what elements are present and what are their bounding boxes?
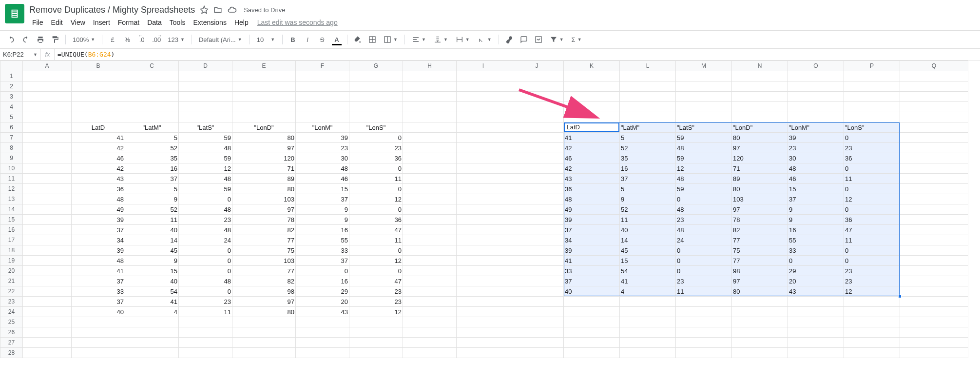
cell-Q8[interactable] [900, 143, 968, 153]
cell-L5[interactable] [620, 112, 676, 122]
cell-C19[interactable]: 9 [125, 256, 179, 266]
cell-K19[interactable]: 41 [564, 256, 620, 266]
cell-N6[interactable]: "LonD" [732, 122, 788, 133]
cell-H5[interactable] [403, 112, 457, 122]
cell-M23[interactable] [676, 297, 732, 307]
cell-J11[interactable] [510, 174, 564, 184]
cell-I27[interactable] [457, 338, 510, 348]
row-header-21[interactable]: 21 [0, 276, 23, 286]
cell-J3[interactable] [510, 92, 564, 102]
cell-B28[interactable] [72, 348, 125, 358]
borders-button[interactable] [366, 33, 379, 46]
cell-Q1[interactable] [900, 71, 968, 81]
cell-A25[interactable] [23, 317, 72, 327]
cell-J21[interactable] [510, 276, 564, 286]
cell-L28[interactable] [620, 348, 676, 358]
cell-D15[interactable]: 23 [179, 215, 232, 225]
cell-H8[interactable] [403, 143, 457, 153]
cell-L21[interactable]: 41 [620, 276, 676, 286]
cell-Q28[interactable] [900, 348, 968, 358]
cell-A19[interactable] [23, 256, 72, 266]
merge-button[interactable]: ▼ [381, 33, 401, 46]
cell-I16[interactable] [457, 225, 510, 235]
cell-A6[interactable] [23, 122, 72, 133]
cell-N27[interactable] [732, 338, 788, 348]
cell-D18[interactable]: 0 [179, 245, 232, 256]
cell-L3[interactable] [620, 92, 676, 102]
cell-K7[interactable]: 41 [564, 133, 620, 143]
cell-F7[interactable]: 39 [296, 133, 349, 143]
cell-K10[interactable]: 42 [564, 163, 620, 174]
cell-C15[interactable]: 11 [125, 215, 179, 225]
undo-button[interactable] [5, 33, 18, 46]
cell-P5[interactable] [844, 112, 900, 122]
cell-J25[interactable] [510, 317, 564, 327]
cell-F20[interactable]: 0 [296, 266, 349, 276]
cell-M15[interactable]: 23 [676, 215, 732, 225]
cell-P26[interactable] [844, 327, 900, 338]
cell-L20[interactable]: 54 [620, 266, 676, 276]
cell-L18[interactable]: 45 [620, 245, 676, 256]
cell-G13[interactable]: 12 [349, 194, 403, 204]
cell-C5[interactable] [125, 112, 179, 122]
cell-I3[interactable] [457, 92, 510, 102]
cell-B21[interactable]: 37 [72, 276, 125, 286]
grid[interactable]: ABCDEFGHIJKLMNOPQ123456LatD"LatM""LatS""… [0, 60, 968, 358]
cell-P10[interactable]: 0 [844, 163, 900, 174]
cell-B4[interactable] [72, 102, 125, 112]
row-header-17[interactable]: 17 [0, 235, 23, 245]
cell-C8[interactable]: 52 [125, 143, 179, 153]
cell-E12[interactable]: 80 [232, 184, 296, 194]
cell-J16[interactable] [510, 225, 564, 235]
cell-H12[interactable] [403, 184, 457, 194]
cloud-saved-icon[interactable] [227, 5, 237, 15]
cell-I8[interactable] [457, 143, 510, 153]
cell-O10[interactable]: 48 [788, 163, 844, 174]
cell-I5[interactable] [457, 112, 510, 122]
cell-P12[interactable]: 0 [844, 184, 900, 194]
cell-J7[interactable] [510, 133, 564, 143]
col-header-A[interactable]: A [23, 61, 72, 71]
cell-H6[interactable] [403, 122, 457, 133]
cell-P17[interactable]: 11 [844, 235, 900, 245]
cell-L11[interactable]: 37 [620, 174, 676, 184]
cell-D3[interactable] [179, 92, 232, 102]
cell-D17[interactable]: 24 [179, 235, 232, 245]
cell-M3[interactable] [676, 92, 732, 102]
cell-B24[interactable]: 40 [72, 307, 125, 317]
cell-E11[interactable]: 89 [232, 174, 296, 184]
cell-O9[interactable]: 30 [788, 153, 844, 163]
cell-G16[interactable]: 47 [349, 225, 403, 235]
currency-button[interactable]: £ [106, 33, 119, 46]
number-format-dropdown[interactable]: 123▼ [165, 33, 188, 46]
cell-M21[interactable]: 23 [676, 276, 732, 286]
cell-K9[interactable]: 46 [564, 153, 620, 163]
cell-A18[interactable] [23, 245, 72, 256]
cell-F19[interactable]: 37 [296, 256, 349, 266]
cell-A23[interactable] [23, 297, 72, 307]
cell-H19[interactable] [403, 256, 457, 266]
cell-C1[interactable] [125, 71, 179, 81]
cell-F15[interactable]: 9 [296, 215, 349, 225]
cell-C11[interactable]: 37 [125, 174, 179, 184]
cell-J22[interactable] [510, 286, 564, 297]
cell-H22[interactable] [403, 286, 457, 297]
cell-E3[interactable] [232, 92, 296, 102]
row-header-9[interactable]: 9 [0, 153, 23, 163]
cell-C21[interactable]: 40 [125, 276, 179, 286]
cell-E27[interactable] [232, 338, 296, 348]
cell-B1[interactable] [72, 71, 125, 81]
cell-O23[interactable] [788, 297, 844, 307]
cell-F17[interactable]: 55 [296, 235, 349, 245]
cell-Q16[interactable] [900, 225, 968, 235]
cell-O6[interactable]: "LonM" [788, 122, 844, 133]
menu-tools[interactable]: Tools [167, 17, 189, 28]
cell-K3[interactable] [564, 92, 620, 102]
cell-J8[interactable] [510, 143, 564, 153]
cell-M9[interactable]: 59 [676, 153, 732, 163]
cell-G17[interactable]: 11 [349, 235, 403, 245]
cell-M7[interactable]: 59 [676, 133, 732, 143]
col-header-E[interactable]: E [232, 61, 296, 71]
menu-view[interactable]: View [68, 17, 88, 28]
cell-P14[interactable]: 0 [844, 204, 900, 215]
